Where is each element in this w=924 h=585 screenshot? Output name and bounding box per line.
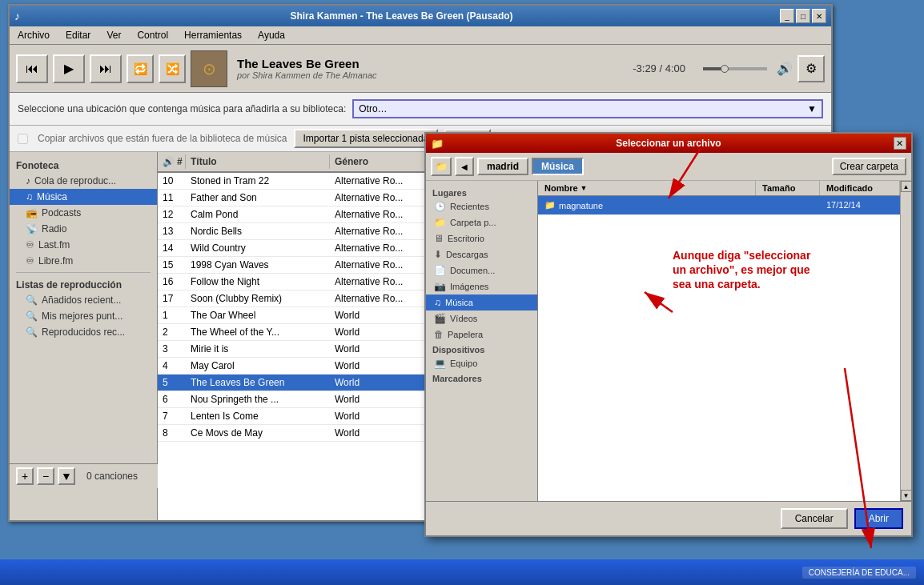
dialog-bottom: Cancelar Abrir [426, 501, 911, 535]
places-carpeta-label: Carpeta p... [450, 218, 496, 227]
play-button[interactable]: ▶ [53, 54, 85, 83]
sidebar-item-queue[interactable]: ♪ Cola de reproduc... [10, 173, 157, 189]
sidebar-music-label: Música [37, 191, 67, 202]
track-title: Nordic Bells [186, 223, 330, 239]
places-item-carpeta[interactable]: 📁 Carpeta p... [426, 214, 537, 230]
track-artist: Shira Kammen [252, 70, 311, 80]
location-dropdown[interactable]: Otro… ▼ [352, 99, 823, 118]
menu-ver[interactable]: Ver [102, 28, 126, 42]
col-title: Título [186, 154, 330, 169]
clock-icon: 🕒 [434, 201, 446, 212]
copy-checkbox[interactable] [18, 134, 28, 144]
sidebar-item-podcasts[interactable]: 📻 Podcasts [10, 205, 157, 221]
shuffle-button[interactable]: 🔀 [159, 54, 186, 83]
menu-ayuda[interactable]: Ayuda [253, 28, 290, 42]
track-num: 2 [158, 324, 186, 340]
sidebar-radio-label: Radio [42, 223, 66, 234]
col-num-label: # [177, 156, 183, 167]
sidebar-item-librefm[interactable]: ♾ Libre.fm [10, 253, 157, 269]
open-button[interactable]: Abrir [854, 508, 903, 529]
places-item-videos[interactable]: 🎬 Vídeos [426, 311, 537, 327]
prev-button[interactable]: ⏮ [16, 54, 48, 83]
volume-icon[interactable]: 🔊 [777, 61, 793, 76]
menu-herramientas[interactable]: Herramientas [179, 28, 247, 42]
track-title: The Wheel of the Y... [186, 324, 330, 340]
menu-editar[interactable]: Editar [61, 28, 95, 42]
search-icon-1: 🔍 [26, 295, 38, 306]
menu-control[interactable]: Control [132, 28, 173, 42]
track-num: 16 [158, 274, 186, 290]
remove-button[interactable]: − [37, 467, 54, 485]
sidebar-queue-label: Cola de reproduc... [34, 175, 116, 186]
col-title-label: Título [191, 156, 217, 167]
col-nombre: Nombre ▼ [538, 181, 756, 195]
settings-button[interactable]: ⚙ [797, 55, 825, 82]
track-genre: World [330, 307, 426, 323]
minimize-button[interactable]: _ [780, 9, 794, 23]
sidebar-item-best[interactable]: 🔍 Mis mejores punt... [10, 308, 157, 324]
sidebar-librefm-label: Libre.fm [38, 255, 73, 266]
track-num: 10 [158, 173, 186, 189]
places-item-recientes[interactable]: 🕒 Recientes [426, 198, 537, 214]
add-button[interactable]: + [16, 467, 34, 485]
path-madrid-btn[interactable]: madrid [477, 158, 528, 175]
places-item-musica[interactable]: ♫ Música [426, 295, 537, 311]
dialog-back-button[interactable]: ◀ [455, 157, 474, 176]
dialog-nav-bar: 📁 ◀ madrid Música Crear carpeta [426, 153, 911, 181]
sidebar-best-label: Mis mejores punt... [42, 311, 123, 322]
dialog-title-bar: 📁 Seleccionar un archivo ✕ [426, 134, 911, 153]
menu-archivo[interactable]: Archivo [13, 28, 54, 42]
radio-icon: 📡 [26, 223, 38, 234]
sidebar-lastfm-label: Last.fm [38, 239, 70, 250]
sidebar-section-playlists: Listas de reproducción [10, 276, 157, 292]
music-folder-icon: ♫ [434, 297, 441, 308]
settings-small-button[interactable]: ▼ [58, 467, 75, 485]
seek-thumb [721, 65, 729, 73]
sidebar-item-radio[interactable]: 📡 Radio [10, 221, 157, 237]
download-icon: ⬇ [434, 249, 442, 260]
places-item-descargas[interactable]: ⬇ Descargas [426, 246, 537, 262]
track-num: 11 [158, 190, 186, 206]
track-info: The Leaves Be Green por Shira Kammen de … [237, 57, 620, 80]
track-genre: Alternative Ro... [330, 257, 426, 273]
sidebar-item-recent-played[interactable]: 🔍 Reproducidos rec... [10, 324, 157, 340]
close-button[interactable]: ✕ [812, 9, 826, 23]
places-item-papelera[interactable]: 🗑 Papelera [426, 327, 537, 343]
sidebar-item-lastfm[interactable]: ♾ Last.fm [10, 237, 157, 253]
seek-bar[interactable] [703, 67, 767, 70]
transport-bar: ⏮ ▶ ⏭ 🔁 🔀 ⊙ The Leaves Be Green por Shir… [10, 45, 831, 93]
track-num: 14 [158, 240, 186, 256]
track-genre: Alternative Ro... [330, 190, 426, 206]
track-num: 3 [158, 341, 186, 357]
import-button[interactable]: Importar 1 pista seleccionada [294, 129, 439, 148]
track-by: por [237, 70, 250, 80]
places-item-equipo[interactable]: 💻 Equipo [426, 355, 537, 371]
places-escritorio-label: Escritorio [448, 234, 484, 243]
places-recientes-label: Recientes [450, 202, 489, 211]
dialog-close-button[interactable]: ✕ [894, 137, 906, 150]
places-item-escritorio[interactable]: 🖥 Escritorio [426, 230, 537, 246]
scroll-down-arrow[interactable]: ▼ [901, 490, 912, 501]
search-icon-2: 🔍 [26, 311, 38, 322]
col-num: 🔊 # [158, 154, 186, 169]
file-modified-magnatune: 17/12/14 [820, 198, 900, 212]
maximize-button[interactable]: □ [796, 9, 810, 23]
album-art: ⊙ [191, 50, 227, 87]
sidebar-item-recent-added[interactable]: 🔍 Añadidos recient... [10, 292, 157, 308]
sidebar-item-music[interactable]: ♫ Música [10, 189, 157, 205]
next-button[interactable]: ⏭ [90, 54, 122, 83]
dialog-nav-icon-btn[interactable]: 📁 [431, 157, 452, 176]
scroll-up-arrow[interactable]: ▲ [901, 181, 912, 192]
file-row-magnatune[interactable]: 📁 magnatune 17/12/14 [538, 196, 900, 215]
places-item-documentos[interactable]: 📄 Documen... [426, 262, 537, 278]
track-num: 5 [158, 375, 186, 391]
path-musica-btn[interactable]: Música [532, 158, 584, 175]
places-item-imagenes[interactable]: 📷 Imágenes [426, 278, 537, 295]
dialog-title: Seleccionar un archivo [616, 138, 721, 149]
track-genre: World [330, 408, 426, 424]
location-label: Seleccione una ubicación que contenga mú… [18, 103, 346, 114]
repeat-button[interactable]: 🔁 [127, 54, 154, 83]
create-folder-button[interactable]: Crear carpeta [832, 158, 906, 175]
queue-icon: ♪ [26, 175, 30, 186]
cancel-button[interactable]: Cancelar [781, 508, 848, 529]
